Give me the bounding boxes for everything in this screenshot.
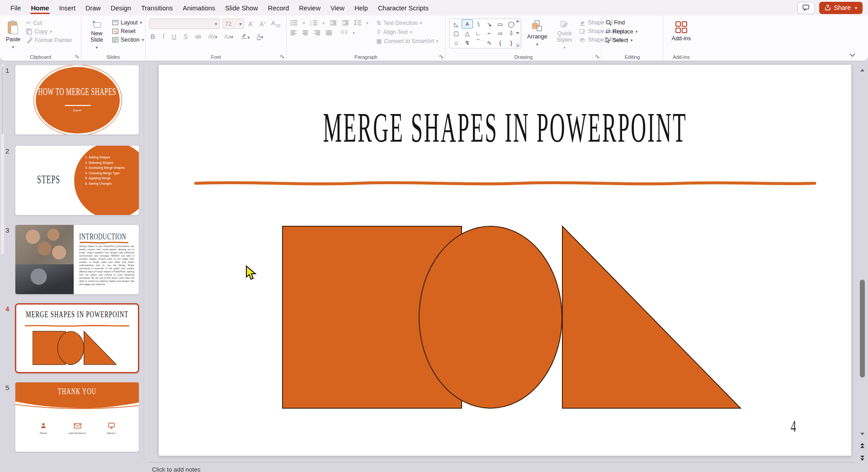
thumbnail-slide-1[interactable]: HOW TO MERGE SHAPES SlidesAI — [15, 65, 139, 135]
font-name-select[interactable]: ▾ — [149, 19, 220, 29]
decrease-indent-icon[interactable] — [330, 20, 337, 26]
thumbnail-slide-4-selected[interactable]: MERGE SHAPES IN POWERPOINT — [15, 303, 139, 373]
shape-gallery-item-line[interactable]: ∖ — [473, 19, 484, 29]
shape-gallery-item-arrow[interactable]: ↘ — [484, 19, 495, 29]
shape-gallery-item-rectangle[interactable]: ▭ — [495, 19, 505, 29]
tab-record[interactable]: Record — [263, 1, 294, 15]
layout-button[interactable]: Layout ▾ — [112, 19, 144, 26]
shape-gallery-item-arrow-right[interactable]: ⇨ — [495, 29, 505, 38]
thumb2-title: STEPS — [37, 173, 60, 186]
notes-placeholder[interactable]: Click to add notes — [152, 466, 200, 472]
copy-icon — [26, 29, 32, 35]
arrange-button[interactable]: Arrange ▾ — [525, 19, 549, 52]
strikethrough-button[interactable]: ab — [193, 33, 202, 40]
numbering-icon[interactable]: 123 — [310, 20, 318, 26]
increase-indent-icon[interactable] — [342, 20, 349, 26]
drawing-dialog-launcher[interactable] — [595, 54, 599, 59]
thumbnail-slide-3[interactable]: INTRODUCTION Adding shapes to your Power… — [15, 224, 139, 295]
chevron-down-icon: ▾ — [563, 44, 566, 51]
gallery-scroll-down[interactable] — [516, 32, 519, 34]
cut-button[interactable]: ✂ Cut — [26, 19, 72, 26]
thumbnail-slide-2[interactable]: STEPS Adding Shapes Selecting Shapes Acc… — [15, 145, 139, 215]
shape-gallery-item-left-brace[interactable]: { — [495, 38, 505, 47]
justify-icon[interactable] — [326, 30, 332, 36]
shape-gallery-item-rounded-rectangle[interactable]: ▢ — [451, 29, 462, 38]
increase-font-size-button[interactable]: A^ — [247, 20, 255, 28]
copy-button[interactable]: Copy ▾ — [26, 29, 72, 35]
find-button[interactable]: Find — [605, 19, 637, 26]
italic-button[interactable]: I — [161, 33, 166, 41]
shape-gallery-item-arc[interactable]: ⌒ — [473, 38, 484, 47]
comments-button[interactable] — [797, 2, 815, 14]
shape-gallery-item-elbow-arrow[interactable]: ⌐ — [484, 29, 495, 38]
decrease-font-size-button[interactable]: Av — [258, 20, 267, 28]
shape-gallery-item-curve[interactable]: ∿ — [484, 38, 495, 47]
new-slide-button[interactable]: New Slide ▾ — [85, 19, 108, 52]
character-spacing-button[interactable]: AV▾ — [207, 33, 219, 40]
convert-smartart-button[interactable]: ▦ Convert to SmartArt ▾ — [377, 38, 439, 44]
align-right-icon[interactable] — [314, 30, 321, 36]
columns-icon[interactable] — [341, 30, 348, 36]
font-color-button[interactable]: A ▾ — [255, 32, 264, 41]
paragraph-dialog-launcher[interactable] — [439, 54, 443, 59]
paste-button[interactable]: Paste ▾ — [4, 19, 23, 52]
shape-gallery-item-freeform[interactable]: ◺ — [451, 19, 462, 29]
shape-gallery-item-elbow-connector[interactable]: ∟ — [473, 29, 484, 38]
align-left-icon[interactable] — [290, 30, 297, 36]
tab-help[interactable]: Help — [349, 1, 373, 15]
select-button[interactable]: Select ▾ — [605, 37, 637, 43]
gallery-more-button[interactable] — [516, 44, 520, 47]
tab-view[interactable]: View — [326, 1, 349, 15]
bullets-icon[interactable] — [290, 20, 298, 26]
underline-button[interactable]: U — [170, 33, 178, 41]
align-text-button[interactable]: ⇳ Align Text ▾ — [377, 29, 439, 35]
orange-underline — [79, 241, 129, 244]
tab-insert[interactable]: Insert — [54, 1, 80, 15]
format-painter-button[interactable]: Format Painter — [26, 37, 72, 43]
gallery-scroll-up[interactable] — [516, 20, 519, 22]
align-center-icon[interactable] — [302, 30, 309, 36]
collapse-ribbon-button[interactable] — [849, 53, 855, 57]
thumbnail-slide-5[interactable]: THANK YOU SlidesAI support@slidesai.io s… — [15, 382, 139, 452]
thumbnail-scrollbar[interactable] — [1, 64, 4, 254]
section-button[interactable]: Section ▾ — [112, 37, 144, 43]
scroll-up-button[interactable] — [859, 65, 865, 73]
share-button[interactable]: Share ▾ — [819, 2, 863, 14]
shape-gallery-item-scribble[interactable]: ↯ — [462, 38, 472, 47]
font-dialog-launcher[interactable] — [280, 54, 284, 59]
tab-draw[interactable]: Draw — [80, 1, 106, 15]
clear-formatting-button[interactable]: A⌫ — [269, 19, 282, 29]
tab-file[interactable]: File — [5, 1, 26, 15]
tab-design[interactable]: Design — [106, 1, 136, 15]
shape-gallery-item-textbox[interactable]: A — [462, 19, 472, 29]
shape-gallery-item-triangle[interactable]: △ — [462, 29, 472, 38]
contact-website: slidesai.io — [93, 422, 129, 434]
vertical-scrollbar-thumb[interactable] — [860, 280, 865, 377]
slide-canvas[interactable]: MERGE SHAPES IN POWERPOINT 4 — [159, 65, 851, 456]
scroll-down-button[interactable] — [859, 429, 865, 437]
addins-button[interactable]: Add-ins — [670, 19, 693, 52]
tab-character-scripts[interactable]: Character Scripts — [373, 1, 434, 15]
change-case-button[interactable]: Aa▾ — [223, 33, 234, 40]
replace-button[interactable]: ⇄ Replace ▾ — [605, 28, 637, 35]
tab-transitions[interactable]: Transitions — [136, 1, 178, 15]
text-highlight-button[interactable]: ▾ — [239, 32, 251, 41]
clipboard-dialog-launcher[interactable] — [75, 54, 79, 59]
text-direction-button[interactable]: ⇅ Text Direction ▾ — [377, 19, 439, 26]
ellipse-shape[interactable] — [419, 226, 562, 408]
font-size-select[interactable]: 72 ▾ — [222, 19, 244, 29]
shadow-button[interactable]: S — [182, 33, 189, 41]
notes-splitter[interactable] — [149, 462, 855, 462]
right-triangle-shape[interactable] — [562, 226, 741, 408]
previous-slide-button[interactable] — [859, 442, 865, 450]
tab-review[interactable]: Review — [294, 1, 326, 15]
quick-styles-button[interactable]: Quick Styles ▾ — [553, 19, 576, 52]
next-slide-button[interactable] — [859, 454, 865, 462]
bold-button[interactable]: B — [149, 33, 156, 41]
line-spacing-icon[interactable] — [354, 20, 361, 26]
tab-slide-show[interactable]: Slide Show — [220, 1, 263, 15]
shape-gallery-item-freeform-shape[interactable]: ⌂ — [451, 38, 462, 47]
tab-home[interactable]: Home — [26, 1, 54, 15]
reset-button[interactable]: Reset — [112, 28, 144, 34]
tab-animations[interactable]: Animations — [178, 1, 220, 15]
